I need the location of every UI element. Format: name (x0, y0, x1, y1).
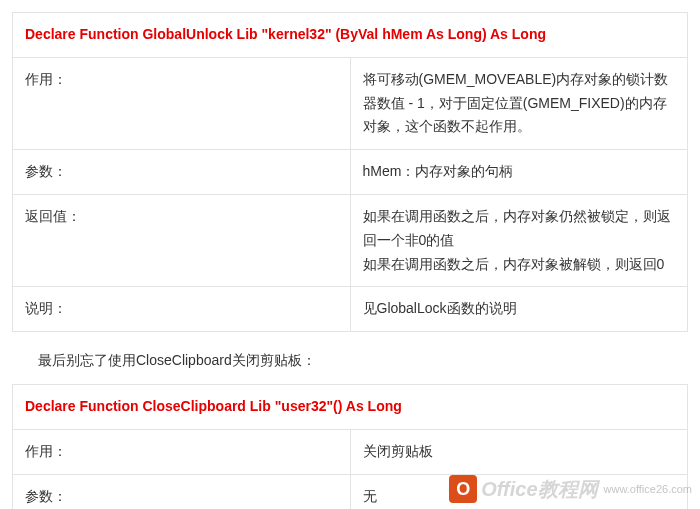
declaration-text: Declare Function GlobalUnlock Lib "kerne… (13, 13, 688, 58)
declaration-row: Declare Function GlobalUnlock Lib "kerne… (13, 13, 688, 58)
intertext-paragraph: 最后别忘了使用CloseClipboard关闭剪贴板： (12, 346, 688, 384)
function-table-globalunlock: Declare Function GlobalUnlock Lib "kerne… (12, 12, 688, 332)
table-row: 作用： 关闭剪贴板 (13, 429, 688, 474)
row-value: 将可移动(GMEM_MOVEABLE)内存对象的锁计数器数值 - 1，对于固定位… (350, 57, 688, 149)
row-value: 无 (350, 474, 688, 509)
table-row: 参数： 无 (13, 474, 688, 509)
row-label: 参数： (13, 150, 351, 195)
row-value: 关闭剪贴板 (350, 429, 688, 474)
declaration-text: Declare Function CloseClipboard Lib "use… (13, 385, 688, 430)
row-value: 见GlobalLock函数的说明 (350, 287, 688, 332)
row-value: hMem：内存对象的句柄 (350, 150, 688, 195)
table-row: 参数： hMem：内存对象的句柄 (13, 150, 688, 195)
table-row: 说明： 见GlobalLock函数的说明 (13, 287, 688, 332)
row-label: 说明： (13, 287, 351, 332)
row-label: 作用： (13, 57, 351, 149)
row-label: 作用： (13, 429, 351, 474)
table-row: 作用： 将可移动(GMEM_MOVEABLE)内存对象的锁计数器数值 - 1，对… (13, 57, 688, 149)
table-row: 返回值： 如果在调用函数之后，内存对象仍然被锁定，则返回一个非0的值如果在调用函… (13, 194, 688, 286)
declaration-row: Declare Function CloseClipboard Lib "use… (13, 385, 688, 430)
row-label: 返回值： (13, 194, 351, 286)
function-table-closeclipboard: Declare Function CloseClipboard Lib "use… (12, 384, 688, 509)
row-value: 如果在调用函数之后，内存对象仍然被锁定，则返回一个非0的值如果在调用函数之后，内… (350, 194, 688, 286)
row-label: 参数： (13, 474, 351, 509)
